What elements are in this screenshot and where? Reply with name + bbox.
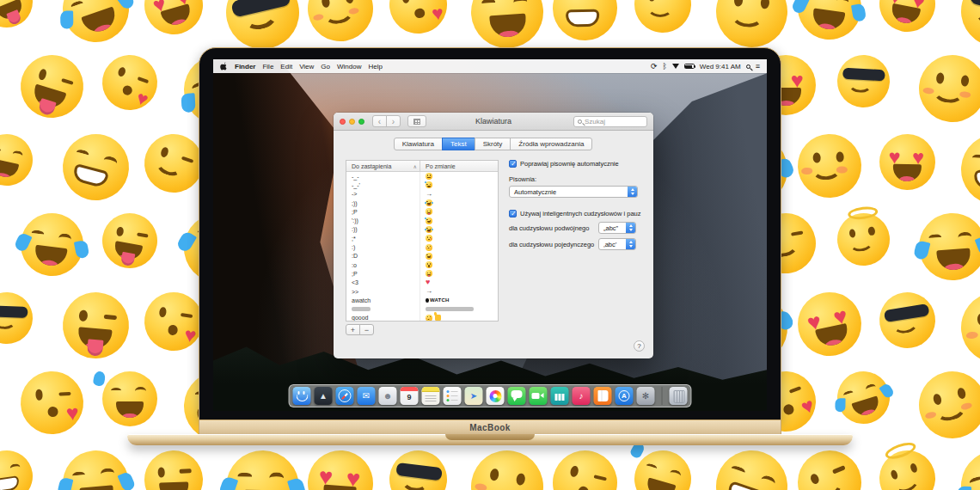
emoji-laugh — [54, 0, 138, 51]
replacement-row[interactable]: :D — [346, 252, 498, 260]
dock-launchpad-icon[interactable]: ▲ — [315, 387, 333, 405]
replacement-row[interactable]: ;P — [346, 207, 498, 216]
dock-itunes-icon[interactable]: ♪ — [573, 387, 591, 405]
replacement-row[interactable]: ;)) — [346, 199, 498, 207]
tab-klawiatura[interactable]: Klawiatura — [394, 138, 443, 150]
emoji-grin — [959, 132, 980, 207]
close-button[interactable] — [340, 119, 346, 125]
replacement-row[interactable]: ;* — [346, 234, 498, 242]
single-quote-select[interactable]: ‚abc’ — [598, 238, 636, 250]
replacements-table[interactable]: Do zastąpienia ∧ Po zmianie -_--_-'->→;)… — [346, 160, 499, 322]
dock-ibooks-icon[interactable] — [594, 387, 612, 405]
emoji-tongue — [0, 0, 40, 35]
dock-finder-icon[interactable] — [293, 387, 311, 405]
apple-menu-icon[interactable] — [220, 62, 228, 70]
macos-desktop: FinderFileEditViewGoWindowHelp ⟳ ᛒ Wed 9… — [213, 59, 767, 411]
double-quote-row: dla cudzysłowu podwójnego „abc” — [509, 222, 645, 234]
replacement-row[interactable]: :) — [346, 242, 498, 251]
column-header-replace[interactable]: Do zastąpienia ∧ — [346, 161, 420, 171]
text-options-panel: Poprawiaj pisownię automatycznie Pisowni… — [509, 160, 645, 250]
replacement-row[interactable]: -_- — [346, 172, 498, 181]
dock-maps-icon[interactable]: ➤ — [465, 387, 483, 405]
dock-trash-icon[interactable] — [670, 387, 688, 405]
table-header[interactable]: Do zastąpienia ∧ Po zmianie — [346, 161, 498, 172]
dock-sysprefs-icon[interactable]: ✻ — [637, 387, 655, 405]
dock-separator — [662, 387, 663, 405]
replacement-row[interactable] — [346, 304, 498, 313]
menubar-item-file[interactable]: File — [262, 63, 273, 70]
wifi-icon[interactable] — [672, 64, 679, 69]
tab-skróty[interactable]: Skróty — [475, 138, 511, 150]
tab-źródła-wprowadzania[interactable]: Źródła wprowadzania — [510, 138, 592, 150]
search-field[interactable]: Szukaj — [573, 116, 647, 127]
double-quote-select[interactable]: „abc” — [598, 222, 636, 234]
emoji-hearteyes — [874, 0, 940, 37]
tab-tekst[interactable]: Tekst — [442, 138, 475, 150]
menubar-item-finder[interactable]: Finder — [235, 63, 255, 70]
dock-notes-icon[interactable] — [422, 387, 440, 405]
menubar-item-view[interactable]: View — [299, 63, 314, 70]
menubar-clock[interactable]: Wed 9:41 AM — [700, 63, 741, 70]
menubar-item-help[interactable]: Help — [368, 63, 382, 70]
dock-facetime-icon[interactable] — [530, 387, 548, 405]
dock-reminders-icon[interactable] — [444, 387, 462, 405]
replacement-row[interactable]: :o — [346, 260, 498, 269]
spell-check-checkbox[interactable] — [509, 160, 517, 168]
replacement-row[interactable]: goood — [346, 314, 498, 322]
replacement-row[interactable]: ->→ — [346, 190, 498, 199]
emoji-laugh — [60, 448, 132, 490]
menubar-item-window[interactable]: Window — [337, 63, 361, 70]
minimize-button[interactable] — [349, 119, 355, 125]
dock-calendar-icon[interactable]: 9 — [401, 387, 419, 405]
replacement-row[interactable]: :)) — [346, 225, 498, 234]
spell-check-row[interactable]: Poprawiaj pisownię automatycznie — [509, 160, 645, 168]
spell-check-label: Poprawiaj pisownię automatycznie — [520, 160, 619, 168]
emoji-kiss — [95, 47, 165, 118]
forward-button[interactable]: › — [386, 115, 401, 127]
bluetooth-icon[interactable]: ᛒ — [662, 63, 666, 70]
menubar-item-edit[interactable]: Edit — [280, 63, 292, 70]
back-button[interactable]: ‹ — [372, 115, 387, 127]
emoji-laugh — [916, 211, 980, 282]
dock-numbers-icon[interactable] — [551, 387, 569, 405]
replacement-row[interactable]: <3♥ — [346, 279, 498, 287]
replacement-row[interactable]: awatchWATCH — [346, 296, 498, 304]
smart-quotes-checkbox[interactable] — [509, 210, 517, 217]
replacement-row[interactable]: >>→ — [346, 287, 498, 296]
dock-appstore-icon[interactable]: A — [616, 387, 634, 405]
zoom-button[interactable] — [358, 119, 364, 125]
spelling-select[interactable]: Automatycznie — [509, 186, 638, 198]
emoji-kiss — [141, 289, 207, 355]
emoji-sunglasses — [386, 447, 450, 490]
emoji-wink — [788, 441, 871, 490]
emoji-smile — [465, 444, 548, 490]
remove-replacement-button[interactable]: − — [359, 324, 374, 335]
show-all-button[interactable] — [407, 115, 426, 127]
spotlight-icon[interactable] — [746, 64, 750, 69]
notification-center-icon[interactable]: ≡ — [756, 63, 760, 70]
smart-quotes-row[interactable]: Używaj inteligentnych cudzysłowów i pauz — [509, 210, 645, 217]
sort-indicator-icon: ∧ — [413, 163, 417, 169]
replacement-row[interactable]: -_-' — [346, 181, 498, 189]
dock-mail-icon[interactable]: ✉ — [358, 387, 376, 405]
replacement-row[interactable]: ':)) — [346, 216, 498, 224]
dock-messages-icon[interactable] — [508, 387, 526, 405]
menubar-item-go[interactable]: Go — [321, 63, 330, 70]
dock-photos-icon[interactable] — [487, 387, 505, 405]
add-replacement-button[interactable]: + — [346, 324, 360, 335]
help-button[interactable]: ? — [634, 340, 645, 352]
column-header-with[interactable]: Po zmianie — [420, 163, 456, 169]
macbook-bezel: FinderFileEditViewGoWindowHelp ⟳ ᛒ Wed 9… — [199, 47, 781, 420]
battery-icon[interactable] — [684, 64, 695, 69]
emoji-sweat — [469, 0, 546, 51]
replacement-row[interactable]: ;P — [346, 269, 498, 278]
dock-contacts-icon[interactable]: ☻ — [379, 387, 397, 405]
window-titlebar[interactable]: ‹ › Klawiatura Szukaj — [334, 113, 653, 131]
emoji-grin — [0, 447, 36, 490]
single-quote-label: dla cudzysłowu pojedynczego — [509, 241, 598, 248]
emoji-sweat — [102, 371, 157, 426]
emoji-kiss — [547, 444, 624, 490]
macbook-logo: MacBook — [469, 423, 510, 432]
dock-safari-icon[interactable] — [336, 387, 354, 405]
sync-icon[interactable]: ⟳ — [651, 63, 658, 70]
